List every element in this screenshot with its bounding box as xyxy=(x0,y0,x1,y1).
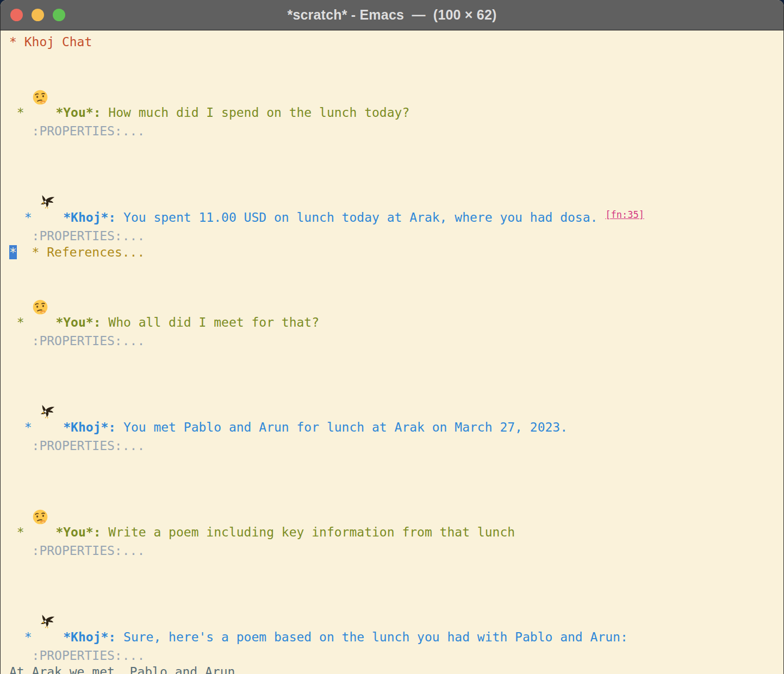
zoom-button[interactable] xyxy=(53,9,65,21)
properties-drawer: :PROPERTIES:... xyxy=(9,122,781,140)
chat-message-you: * *You*: How much did I spend on the lun… xyxy=(9,50,781,122)
references-heading: * * References... xyxy=(9,245,781,260)
chat-message-khoj: * *Khoj*: You met Pablo and Arun for lun… xyxy=(9,365,781,437)
titlebar[interactable]: *scratch* - Emacs — (100 × 62) xyxy=(1,0,783,30)
eagle-emoji xyxy=(39,365,55,381)
blank-line xyxy=(9,350,781,365)
text-you: * xyxy=(9,525,32,539)
text-khojb: *Khoj*: xyxy=(63,210,116,224)
text-h1: * Khoj Chat xyxy=(9,35,92,49)
blank-line xyxy=(9,559,781,575)
text-prop[interactable]: :PROPERTIES:... xyxy=(9,229,145,243)
text-khojb: *Khoj*: xyxy=(63,420,116,434)
text-prop[interactable]: :PROPERTIES:... xyxy=(9,439,145,453)
emacs-buffer[interactable]: * Khoj Chat * *You*: How much did I spen… xyxy=(1,30,783,674)
properties-drawer: :PROPERTIES:... xyxy=(9,227,781,245)
text-khoj: You spent 11.00 USD on lunch today at Ar… xyxy=(116,210,605,224)
text-prop[interactable]: :PROPERTIES:... xyxy=(9,648,145,663)
text-you: Write a poem including key information f… xyxy=(101,525,515,539)
chat-message-you: * *You*: Write a poem including key info… xyxy=(9,470,781,542)
poem-line: At Arak we met, Pablo and Arun, xyxy=(9,664,781,674)
text-refs xyxy=(17,245,32,259)
chat-message-khoj: * *Khoj*: You spent 11.00 USD on lunch t… xyxy=(9,155,781,227)
org-heading-khoj-chat: * Khoj Chat xyxy=(9,34,781,50)
text-khoj xyxy=(55,630,63,644)
traffic-lights xyxy=(10,0,65,30)
thinking-face-emoji xyxy=(32,260,48,276)
text-you xyxy=(48,525,56,539)
text-youb: *You*: xyxy=(55,105,101,120)
text-body: At Arak we met, Pablo and Arun, xyxy=(9,665,242,674)
references-fold[interactable]: * References... xyxy=(32,245,145,259)
text-khoj xyxy=(55,210,63,224)
close-button[interactable] xyxy=(10,9,23,21)
text-khoj: You met Pablo and Arun for lunch at Arak… xyxy=(116,420,568,434)
text-khoj: * xyxy=(9,630,39,644)
properties-drawer: :PROPERTIES:... xyxy=(9,332,781,350)
footnote-link[interactable]: [fn:35] xyxy=(605,209,644,220)
text-you: * xyxy=(9,315,32,329)
blank-line xyxy=(9,454,781,470)
blank-line xyxy=(9,140,781,155)
text-khoj: Sure, here's a poem based on the lunch y… xyxy=(116,630,628,644)
text-prop[interactable]: :PROPERTIES:... xyxy=(9,124,145,138)
text-cursor: * xyxy=(9,245,17,259)
text-prop[interactable]: :PROPERTIES:... xyxy=(9,544,145,558)
text-you: How much did I spend on the lunch today? xyxy=(101,105,410,120)
text-khoj xyxy=(55,420,63,434)
text-you xyxy=(48,315,56,329)
window-title: *scratch* - Emacs — (100 × 62) xyxy=(287,7,496,23)
text-you: Who all did I meet for that? xyxy=(101,315,320,329)
chat-message-you: * *You*: Who all did I meet for that? xyxy=(9,260,781,332)
eagle-emoji xyxy=(39,155,55,171)
properties-drawer: :PROPERTIES:... xyxy=(9,542,781,559)
text-youb: *You*: xyxy=(55,315,101,329)
text-khoj: * xyxy=(9,420,39,434)
thinking-face-emoji xyxy=(32,470,48,486)
minimize-button[interactable] xyxy=(32,9,44,21)
emacs-window: *scratch* - Emacs — (100 × 62) * Khoj Ch… xyxy=(0,0,784,674)
text-you xyxy=(48,105,56,120)
text-prop[interactable]: :PROPERTIES:... xyxy=(9,334,145,348)
text-khoj: * xyxy=(9,210,39,224)
text-you: * xyxy=(9,105,32,120)
properties-drawer: :PROPERTIES:... xyxy=(9,437,781,454)
properties-drawer: :PROPERTIES:... xyxy=(9,647,781,664)
text-khojb: *Khoj*: xyxy=(63,630,116,644)
eagle-emoji xyxy=(39,575,55,591)
text-youb: *You*: xyxy=(55,525,101,539)
chat-message-khoj: * *Khoj*: Sure, here's a poem based on t… xyxy=(9,575,781,647)
thinking-face-emoji xyxy=(32,50,48,66)
